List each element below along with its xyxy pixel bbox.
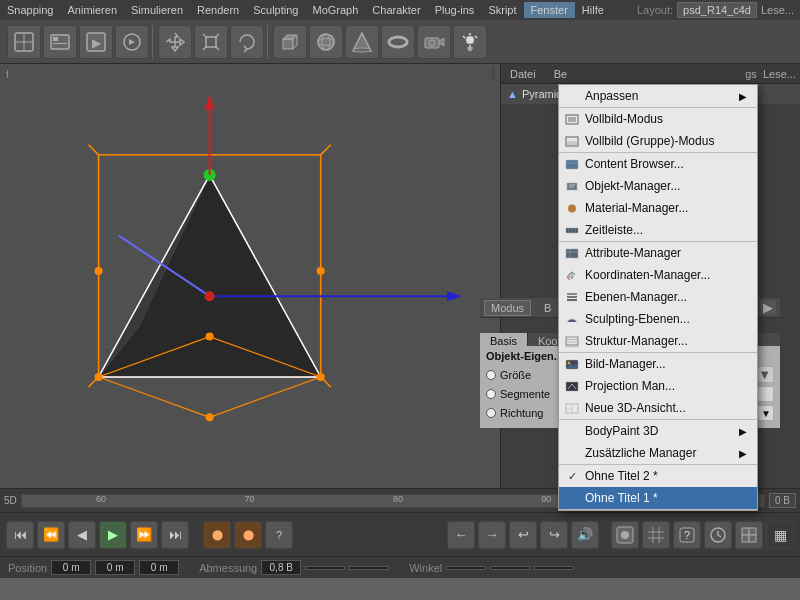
- playback-play-reverse[interactable]: ◀: [68, 521, 96, 549]
- dropdown-item-zusatzliche[interactable]: Zusätzliche Manager ▶: [559, 442, 757, 464]
- dropdown-item-vollbild[interactable]: Vollbild-Modus: [559, 108, 757, 130]
- menu-sculpting[interactable]: Sculpting: [246, 2, 305, 18]
- projection-man-label: Projection Man...: [585, 379, 675, 393]
- playback-next[interactable]: →: [478, 521, 506, 549]
- ebenen-manager-icon: [563, 290, 581, 304]
- status-winkel: Winkel: [409, 562, 574, 574]
- dropdown-item-attribute-manager[interactable]: Attribute-Manager: [559, 242, 757, 264]
- right-tab-be[interactable]: Be: [549, 66, 572, 82]
- playback-undo[interactable]: ↩: [509, 521, 537, 549]
- objekt-manager-label: Objekt-Manager...: [585, 179, 680, 193]
- svg-point-46: [317, 373, 325, 381]
- anpassen-label: Anpassen: [585, 89, 638, 103]
- timeline-mark-60: 60: [96, 494, 106, 504]
- toolbar-btn-4[interactable]: [115, 25, 149, 59]
- layout-value: psd_R14_c4d: [677, 2, 757, 18]
- menu-simulieren[interactable]: Simulieren: [124, 2, 190, 18]
- toolbar-btn-3[interactable]: ▶: [79, 25, 113, 59]
- menu-plugins[interactable]: Plug-ins: [428, 2, 482, 18]
- menu-rendern[interactable]: Rendern: [190, 2, 246, 18]
- toolbar-btn-sphere[interactable]: [309, 25, 343, 59]
- svg-point-56: [317, 267, 325, 275]
- svg-rect-93: [742, 528, 749, 535]
- menu-charakter[interactable]: Charakter: [365, 2, 427, 18]
- dropdown-item-projection-man[interactable]: Projection Man...: [559, 375, 757, 397]
- menu-hilfe[interactable]: Hilfe: [575, 2, 611, 18]
- playback-record[interactable]: ⬤: [203, 521, 231, 549]
- dropdown-item-zeitleiste[interactable]: Zeitleiste...: [559, 219, 757, 241]
- playback-play[interactable]: ▶: [99, 521, 127, 549]
- playback-record2[interactable]: ⬤: [234, 521, 262, 549]
- dropdown-item-ohne-titel-1[interactable]: Ohne Titel 1 *: [559, 487, 757, 509]
- toolbar-btn-torus[interactable]: [381, 25, 415, 59]
- toolbar-btn-camera[interactable]: [417, 25, 451, 59]
- prop-label-grosse: Größe: [500, 369, 560, 381]
- toolbar-btn-cone[interactable]: [345, 25, 379, 59]
- playback-redo[interactable]: ↪: [540, 521, 568, 549]
- playback-help[interactable]: ?: [265, 521, 293, 549]
- modus-tab-b[interactable]: B: [537, 300, 558, 316]
- playback-prev-frame[interactable]: ⏪: [37, 521, 65, 549]
- right-tab-datei[interactable]: Datei: [505, 66, 541, 82]
- svg-rect-71: [566, 249, 578, 258]
- toolbar-snap[interactable]: [611, 521, 639, 549]
- svg-point-82: [568, 361, 571, 364]
- dropdown-item-content-browser[interactable]: Content Browser...: [559, 153, 757, 175]
- playback-goto-end[interactable]: ⏭: [161, 521, 189, 549]
- modus-tab-modus[interactable]: Modus: [484, 300, 531, 316]
- dropdown-item-bild-manager[interactable]: Bild-Manager...: [559, 353, 757, 375]
- dropdown-item-struktur-manager[interactable]: Struktur-Manager...: [559, 330, 757, 352]
- dropdown-item-material-manager[interactable]: Material-Manager...: [559, 197, 757, 219]
- menu-skript[interactable]: Skript: [481, 2, 523, 18]
- svg-line-13: [215, 46, 219, 50]
- toolbar-btn-light[interactable]: [453, 25, 487, 59]
- toolbar-btn-2[interactable]: [43, 25, 77, 59]
- dropdown-item-objekt-manager[interactable]: Objekt-Manager...: [559, 175, 757, 197]
- prop-radio-richtung[interactable]: [486, 408, 496, 418]
- toolbar-btn-move[interactable]: [158, 25, 192, 59]
- pyramid-text: Pyramid: [522, 88, 562, 100]
- playback-prev[interactable]: ←: [447, 521, 475, 549]
- prop-radio-segmente[interactable]: [486, 389, 496, 399]
- svg-rect-4: [53, 37, 58, 41]
- toolbar-extra1[interactable]: ?: [673, 521, 701, 549]
- ohne-titel-1-label: Ohne Titel 1 *: [585, 491, 658, 505]
- toolbar-btn-rotate[interactable]: [230, 25, 264, 59]
- svg-rect-14: [283, 39, 293, 49]
- toolbar-extra2[interactable]: [704, 521, 732, 549]
- modus-arrow-right[interactable]: ▶: [760, 300, 776, 315]
- menu-snapping[interactable]: Snapping: [0, 2, 61, 18]
- toolbar-btn-1[interactable]: [7, 25, 41, 59]
- playback-goto-start[interactable]: ⏮: [6, 521, 34, 549]
- dropdown-item-ohne-titel-2[interactable]: ✓ Ohne Titel 2 *: [559, 465, 757, 487]
- dropdown-item-vollbild-gruppe[interactable]: Vollbild (Gruppe)-Modus: [559, 130, 757, 152]
- menu-animieren[interactable]: Animieren: [61, 2, 125, 18]
- prop-radio-grosse[interactable]: [486, 370, 496, 380]
- dropdown-item-ebenen-manager[interactable]: Ebenen-Manager...: [559, 286, 757, 308]
- playback-next-frame[interactable]: ⏩: [130, 521, 158, 549]
- dropdown-item-anpassen[interactable]: Anpassen ▶: [559, 85, 757, 107]
- menu-mograph[interactable]: MoGraph: [305, 2, 365, 18]
- koordinaten-manager-icon: [563, 268, 581, 282]
- dropdown-item-sculpting-ebenen[interactable]: Sculpting-Ebenen...: [559, 308, 757, 330]
- toolbar-grid[interactable]: [642, 521, 670, 549]
- toolbar-btn-scale[interactable]: [194, 25, 228, 59]
- struktur-manager-icon: [563, 334, 581, 348]
- svg-point-44: [95, 373, 103, 381]
- dropdown-item-koordinaten-manager[interactable]: Koordinaten-Manager...: [559, 264, 757, 286]
- prop-label-richtung: Richtung: [500, 407, 560, 419]
- struktur-manager-label: Struktur-Manager...: [585, 334, 688, 348]
- menu-fenster[interactable]: Fenster: [524, 2, 575, 18]
- dropdown-section-1: Anpassen ▶: [559, 85, 757, 108]
- toolbar-btn-cube[interactable]: [273, 25, 307, 59]
- status-position: Position 0 m 0 m 0 m: [8, 560, 179, 575]
- viewport[interactable]: feln ⊕ ⬆ ⬛: [0, 64, 500, 488]
- toolbar-extra3[interactable]: [735, 521, 763, 549]
- toolbar-extra4[interactable]: ▦: [766, 521, 794, 549]
- playback-sound[interactable]: 🔊: [571, 521, 599, 549]
- anpassen-arrow: ▶: [739, 91, 747, 102]
- dropdown-item-bodypaint[interactable]: BodyPaint 3D ▶: [559, 420, 757, 442]
- dropdown-item-neue-3d-ansicht[interactable]: Neue 3D-Ansicht...: [559, 397, 757, 419]
- attribute-manager-label: Attribute-Manager: [585, 246, 681, 260]
- zusatzliche-icon: [563, 446, 581, 460]
